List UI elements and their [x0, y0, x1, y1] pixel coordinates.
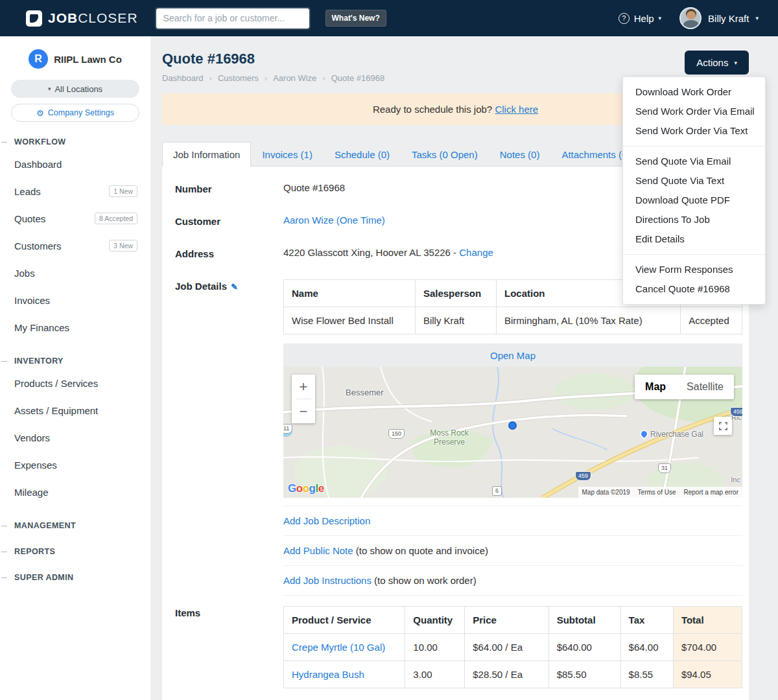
- tab-schedule[interactable]: Schedule (0): [324, 142, 401, 167]
- tab-tasks[interactable]: Tasks (0 Open): [401, 142, 489, 167]
- locations-dropdown[interactable]: All Locations: [11, 80, 139, 98]
- section-header-management[interactable]: MANAGEMENT: [0, 520, 150, 531]
- fullscreen-button[interactable]: [714, 417, 732, 435]
- sidebar-item-label: Invoices: [14, 295, 137, 306]
- breadcrumb-separator: [322, 73, 325, 83]
- quantity-cell: 3.00: [405, 661, 465, 688]
- chevron-down-icon: [48, 86, 51, 92]
- job-details-label-text: Job Details: [175, 281, 227, 292]
- menu-item-edit-details[interactable]: Edit Details: [623, 229, 765, 249]
- user-name: Billy Kraft: [708, 13, 749, 24]
- menu-item-send-quote-text[interactable]: Send Quote Via Text: [623, 171, 765, 191]
- satellite-view-button[interactable]: Satellite: [676, 375, 734, 399]
- section-header-inventory: INVENTORY: [0, 355, 150, 367]
- company-switcher[interactable]: R RIIPL Lawn Co: [0, 36, 150, 74]
- navbar-right: Help Billy Kraft: [619, 7, 759, 29]
- menu-item-download-work-order[interactable]: Download Work Order: [623, 82, 765, 102]
- avatar: [679, 7, 701, 29]
- sidebar-item-leads[interactable]: Leads 1 New: [0, 178, 150, 205]
- google-map[interactable]: Map Satellite Bessemer Moss Rock: [283, 367, 742, 498]
- actions-button[interactable]: Actions: [685, 51, 749, 75]
- add-job-description-link[interactable]: Add Job Description: [283, 515, 370, 526]
- number-label: Number: [175, 182, 283, 194]
- sidebar-item-quotes[interactable]: Quotes 8 Accepted: [0, 205, 150, 232]
- subtotal-cell: $640.00: [548, 634, 620, 661]
- items-row: Items Product / Service Quantity Price S…: [175, 606, 742, 688]
- zoom-out-button[interactable]: [292, 399, 315, 423]
- job-details-content: Name Salesperson Location Status Wise Fl…: [283, 279, 742, 596]
- tax-cell: $64.00: [620, 634, 673, 661]
- tab-notes[interactable]: Notes (0): [489, 142, 551, 167]
- sidebar-item-vendors[interactable]: Vendors: [0, 424, 150, 451]
- company-settings-button[interactable]: Company Settings: [11, 104, 139, 122]
- sidebar-item-invoices[interactable]: Invoices: [0, 286, 150, 314]
- menu-item-cancel-quote[interactable]: Cancel Quote #16968: [623, 279, 765, 299]
- search-input[interactable]: [156, 8, 309, 29]
- edit-pencil-icon[interactable]: [231, 282, 238, 292]
- breadcrumb-dashboard[interactable]: Dashboard: [162, 73, 204, 83]
- product-link[interactable]: Crepe Myrtle (10 Gal): [292, 642, 385, 653]
- add-job-description-row: Add Job Description: [283, 506, 742, 535]
- menu-item-send-quote-email[interactable]: Send Quote Via Email: [623, 152, 765, 171]
- sidebar-item-label: Jobs: [14, 268, 137, 279]
- breadcrumb-customers[interactable]: Customers: [218, 73, 259, 83]
- col-salesperson: Salesperson: [415, 280, 496, 307]
- add-public-note-link[interactable]: Add Public Note: [283, 545, 353, 556]
- breadcrumb-customer-name[interactable]: Aaron Wize: [273, 73, 316, 83]
- items-content: Product / Service Quantity Price Subtota…: [283, 606, 742, 688]
- help-menu[interactable]: Help: [619, 13, 661, 24]
- banner-click-here-link[interactable]: Click here: [495, 104, 538, 115]
- company-settings-label: Company Settings: [48, 108, 114, 117]
- sidebar-item-label: Leads: [14, 186, 109, 197]
- menu-item-send-work-order-email[interactable]: Send Work Order Via Email: [623, 102, 765, 121]
- menu-item-directions-to-job[interactable]: Directions To Job: [623, 210, 765, 229]
- route-shield-i459: 459: [575, 471, 591, 481]
- menu-item-send-work-order-text[interactable]: Send Work Order Via Text: [623, 121, 765, 141]
- logo-text-bold: JOB: [48, 10, 78, 25]
- menu-item-download-quote-pdf[interactable]: Download Quote PDF: [623, 191, 765, 210]
- section-header-super-admin[interactable]: SUPER ADMIN: [0, 572, 150, 583]
- menu-item-view-form-responses[interactable]: View Form Responses: [623, 260, 765, 279]
- sidebar-item-products-services[interactable]: Products / Services: [0, 369, 150, 397]
- google-letter: g: [309, 482, 316, 495]
- customer-link[interactable]: Aaron Wize: [283, 215, 334, 226]
- salesperson-cell: Billy Kraft: [415, 307, 496, 334]
- terms-of-use-link[interactable]: Terms of Use: [638, 489, 676, 496]
- col-quantity: Quantity: [405, 607, 465, 634]
- park-label-line2: Preserve: [434, 438, 465, 447]
- leads-badge: 1 New: [109, 185, 137, 197]
- sidebar-item-label: Mileage: [14, 487, 137, 498]
- total-cell: $94.05: [673, 661, 742, 688]
- map-label-riverchase: Riverchase Gal: [650, 430, 703, 439]
- sidebar-item-label: Customers: [14, 240, 109, 251]
- whats-new-button[interactable]: What's New?: [325, 10, 386, 27]
- sidebar-section-management: MANAGEMENT: [0, 520, 150, 531]
- route-shield-us150: 150: [388, 429, 405, 439]
- tab-invoices[interactable]: Invoices (1): [251, 142, 324, 167]
- sidebar-item-my-finances[interactable]: My Finances: [0, 314, 150, 341]
- job-location-marker: [508, 421, 517, 430]
- section-header-reports[interactable]: REPORTS: [0, 546, 150, 557]
- route-shield-i459-right: 459: [730, 407, 742, 417]
- sidebar-item-expenses[interactable]: Expenses: [0, 451, 150, 478]
- map-view-button[interactable]: Map: [635, 375, 676, 399]
- sidebar-item-customers[interactable]: Customers 3 New: [0, 232, 150, 259]
- sidebar-item-jobs[interactable]: Jobs: [0, 259, 150, 286]
- zoom-in-button[interactable]: [292, 375, 315, 399]
- tab-job-information[interactable]: Job Information: [162, 142, 251, 167]
- customer-type-link[interactable]: (One Time): [336, 215, 385, 226]
- sidebar-item-mileage[interactable]: Mileage: [0, 478, 150, 506]
- add-job-instructions-link[interactable]: Add Job Instructions: [283, 575, 371, 586]
- open-map-link[interactable]: Open Map: [490, 350, 536, 361]
- sidebar-items: Dashboard Leads 1 New Quotes 8 Accepted …: [0, 150, 150, 341]
- report-map-error-link[interactable]: Report a map error: [684, 489, 738, 496]
- sidebar-item-assets-equipment[interactable]: Assets / Equipment: [0, 397, 150, 424]
- google-letter: o: [303, 482, 309, 495]
- product-link[interactable]: Hydrangea Bush: [292, 669, 364, 680]
- actions-button-label: Actions: [696, 57, 728, 68]
- user-menu[interactable]: Billy Kraft: [679, 7, 759, 29]
- address-change-link[interactable]: Change: [459, 247, 493, 258]
- app-logo[interactable]: JOBCLOSER: [26, 10, 138, 27]
- job-details-table-body: Wise Flower Bed Install Billy Kraft Birm…: [284, 307, 742, 334]
- sidebar-item-dashboard[interactable]: Dashboard: [0, 150, 150, 178]
